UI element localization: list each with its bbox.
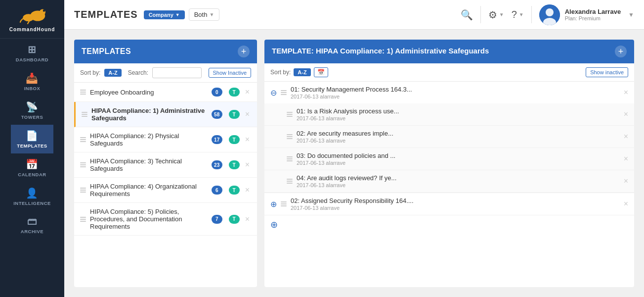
sidebar-item-archive[interactable]: 🗃 ARCHIVE: [11, 211, 53, 239]
svg-point-4: [43, 9, 45, 12]
templates-add-button[interactable]: +: [238, 46, 250, 57]
sub-item-title: 01: Is a Risk Analysis process use...: [297, 107, 620, 115]
user-dropdown-arrow: ▼: [628, 11, 634, 18]
sidebar-item-calendar[interactable]: 📅 CALENDAR: [11, 153, 53, 182]
drag-handle: [80, 217, 86, 222]
drag-handle: [82, 112, 87, 117]
detail-sort-label: Sort by:: [270, 69, 291, 76]
search-input[interactable]: [152, 67, 202, 78]
detail-toolbar: Sort by: A-Z 📅 Show inactive: [264, 63, 634, 82]
sidebar-item-intelligence[interactable]: 👤 INTELLIGENCE: [11, 182, 53, 211]
template-list-item[interactable]: HIPAA Compliance: 4) Organizational Requ…: [74, 178, 257, 203]
template-item-close[interactable]: ×: [244, 88, 251, 97]
template-item-close[interactable]: ×: [244, 215, 251, 224]
detail-panel-header: TEMPLATE: HIPAA Compliance: 1) Administr…: [264, 40, 634, 63]
company-badge[interactable]: Company ▼: [144, 10, 185, 19]
sub-item-content: 03: Do documented policies and ...2017-0…: [297, 152, 620, 166]
sidebar-item-label-templates: TEMPLATES: [17, 143, 47, 148]
detail-panel: TEMPLATE: HIPAA Compliance: 1) Administr…: [264, 40, 634, 287]
sort-az-button[interactable]: A-Z: [104, 69, 121, 77]
detail-sub-item[interactable]: 02: Are security measures imple...2017-0…: [264, 126, 634, 148]
search-icon: 🔍: [461, 9, 473, 21]
sidebar-item-templates[interactable]: 📄 TEMPLATES: [11, 125, 53, 153]
detail-section-header[interactable]: ⊖01: Security Management Process 164.3..…: [264, 82, 634, 103]
sub-drag-handle: [287, 179, 293, 184]
detail-add-item-button[interactable]: ⊕: [264, 215, 634, 234]
template-list-item[interactable]: Employee Onboarding0T×: [74, 83, 257, 102]
sort-by-label: Sort by:: [80, 69, 100, 76]
search-button[interactable]: 🔍: [461, 9, 473, 21]
detail-sub-item[interactable]: 03: Do documented policies and ...2017-0…: [264, 148, 634, 170]
both-selector[interactable]: Both ▼: [189, 8, 220, 21]
gear-icon: ⚙: [488, 9, 497, 21]
page-title: TEMPLATES: [74, 9, 138, 20]
show-inactive-button[interactable]: Show Inactive: [209, 68, 251, 78]
calendar-sort-icon: 📅: [317, 69, 325, 76]
detail-sort-az-button[interactable]: A-Z: [294, 68, 310, 76]
detail-section: ⊖01: Security Management Process 164.3..…: [264, 82, 634, 193]
template-list-item[interactable]: HIPAA Compliance: 1) Administrative Safe…: [74, 102, 257, 127]
sidebar-nav: ⊞ DASHBOARD 📥 INBOX 📡 TOWERS 📄 TEMPLATES…: [11, 39, 53, 239]
logo-icon: [17, 6, 47, 26]
expand-button[interactable]: ⊖: [270, 88, 277, 98]
help-arrow: ▼: [519, 12, 524, 17]
detail-section-meta: 2017-06-13 alarrave: [291, 94, 620, 99]
detail-sub-item[interactable]: 01: Is a Risk Analysis process use...201…: [264, 103, 634, 126]
template-list-item[interactable]: HIPAA Compliance: 2) Physical Safeguards…: [74, 127, 257, 152]
settings-button[interactable]: ⚙ ▼: [488, 9, 504, 21]
user-info: Alexandra Larrave Plan: Premium: [565, 8, 621, 21]
detail-section-close[interactable]: ×: [624, 88, 628, 97]
help-icon: ?: [512, 9, 517, 20]
help-button[interactable]: ? ▼: [512, 9, 524, 20]
sub-drag-handle: [287, 134, 293, 139]
sub-item-close[interactable]: ×: [624, 177, 628, 186]
detail-section-content: 01: Security Management Process 164.3...…: [291, 86, 620, 99]
templates-panel-title: TEMPLATES: [82, 47, 131, 56]
sub-drag-handle: [287, 156, 293, 161]
sub-item-close[interactable]: ×: [624, 154, 628, 163]
template-badge-type: T: [229, 135, 240, 144]
detail-section-title: 02: Assigned Security Responsibility 164…: [291, 197, 620, 204]
template-badge-count: 17: [212, 135, 222, 144]
user-area[interactable]: Alexandra Larrave Plan: Premium ▼: [539, 4, 634, 25]
sub-item-content: 01: Is a Risk Analysis process use...201…: [297, 107, 620, 121]
expand-button[interactable]: ⊕: [270, 199, 277, 209]
template-badge-count: 23: [212, 160, 222, 169]
detail-sub-item[interactable]: 04: Are audit logs reviewed? If ye...201…: [264, 170, 634, 193]
template-list-item[interactable]: HIPAA Compliance: 3) Technical Safeguard…: [74, 152, 257, 178]
plus-icon: ⊕: [270, 219, 278, 230]
template-item-close[interactable]: ×: [244, 110, 251, 119]
template-item-close[interactable]: ×: [244, 135, 251, 144]
template-item-close[interactable]: ×: [244, 186, 251, 195]
logo-text: CommandHound: [9, 27, 55, 32]
template-badge-type: T: [229, 110, 240, 119]
template-list-item[interactable]: HIPAA Compliance: 5) Policies, Procedure…: [74, 203, 257, 236]
calendar-icon: 📅: [26, 158, 39, 170]
sidebar-item-inbox[interactable]: 📥 INBOX: [11, 67, 53, 96]
avatar-image: [539, 4, 560, 25]
svg-point-6: [546, 8, 554, 16]
template-item-close[interactable]: ×: [244, 160, 251, 169]
template-badge-count: 0: [212, 88, 222, 97]
detail-section-header[interactable]: ⊕02: Assigned Security Responsibility 16…: [264, 193, 634, 215]
topbar: TEMPLATES Company ▼ Both ▼ 🔍 ⚙ ▼ ? ▼: [64, 0, 644, 30]
drag-handle: [80, 90, 86, 95]
sidebar-item-label-inbox: INBOX: [24, 86, 41, 91]
detail-section: ⊕02: Assigned Security Responsibility 16…: [264, 193, 634, 215]
template-badge-count: 58: [212, 110, 222, 119]
logo-area: CommandHound: [0, 0, 64, 39]
sidebar-item-towers[interactable]: 📡 TOWERS: [11, 96, 53, 125]
templates-icon: 📄: [26, 130, 39, 142]
template-badge-type: T: [229, 160, 240, 169]
sub-item-close[interactable]: ×: [624, 132, 628, 141]
detail-add-button[interactable]: +: [615, 46, 627, 57]
detail-calendar-sort-button[interactable]: 📅: [314, 67, 328, 77]
detail-panel-title: TEMPLATE: HIPAA Compliance: 1) Administr…: [272, 46, 489, 56]
sub-item-close[interactable]: ×: [624, 110, 628, 119]
detail-show-inactive-button[interactable]: Show inactive: [586, 67, 628, 77]
detail-section-close[interactable]: ×: [624, 199, 628, 208]
template-badge-type: T: [229, 186, 240, 195]
sidebar: CommandHound ⊞ DASHBOARD 📥 INBOX 📡 TOWER…: [0, 0, 64, 297]
sidebar-item-dashboard[interactable]: ⊞ DASHBOARD: [11, 39, 53, 67]
detail-section-content: 02: Assigned Security Responsibility 164…: [291, 197, 620, 211]
